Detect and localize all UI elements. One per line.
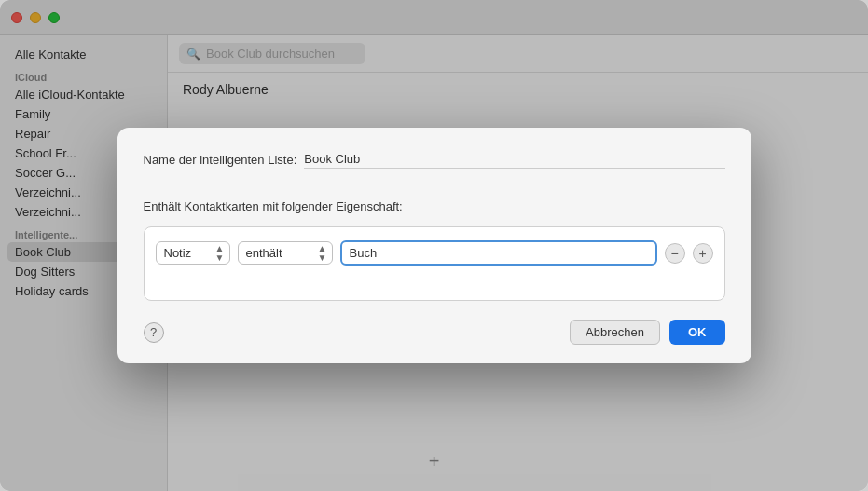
divider bbox=[144, 184, 725, 184]
name-input[interactable] bbox=[304, 150, 724, 169]
rule-row: Notiz Name Email Telefon ▲ ▼ enthält ist bbox=[156, 240, 713, 266]
rule-area: Notiz Name Email Telefon ▲ ▼ enthält ist bbox=[144, 226, 725, 301]
remove-rule-button[interactable]: − bbox=[665, 243, 685, 264]
help-button[interactable]: ? bbox=[144, 322, 164, 343]
name-label: Name der intelligenten Liste: bbox=[144, 153, 297, 167]
field-select-wrapper: Notiz Name Email Telefon ▲ ▼ bbox=[156, 241, 230, 265]
modal-footer: ? Abbrechen OK bbox=[144, 320, 725, 345]
operator-select-wrapper: enthält ist beginnt mit ▲ ▼ bbox=[238, 241, 333, 265]
name-row: Name der intelligenten Liste: bbox=[144, 150, 725, 169]
add-rule-button[interactable]: + bbox=[693, 243, 713, 264]
property-label: Enthält Kontaktkarten mit folgender Eige… bbox=[144, 199, 725, 213]
footer-buttons: Abbrechen OK bbox=[570, 320, 724, 345]
cancel-button[interactable]: Abbrechen bbox=[570, 320, 660, 345]
modal-overlay: Name der intelligenten Liste: Enthält Ko… bbox=[0, 0, 868, 491]
smart-list-modal: Name der intelligenten Liste: Enthält Ko… bbox=[117, 128, 751, 363]
rule-value-input[interactable] bbox=[340, 240, 657, 266]
field-select[interactable]: Notiz Name Email Telefon bbox=[156, 241, 230, 265]
ok-button[interactable]: OK bbox=[669, 320, 725, 345]
operator-select[interactable]: enthält ist beginnt mit bbox=[238, 241, 333, 265]
